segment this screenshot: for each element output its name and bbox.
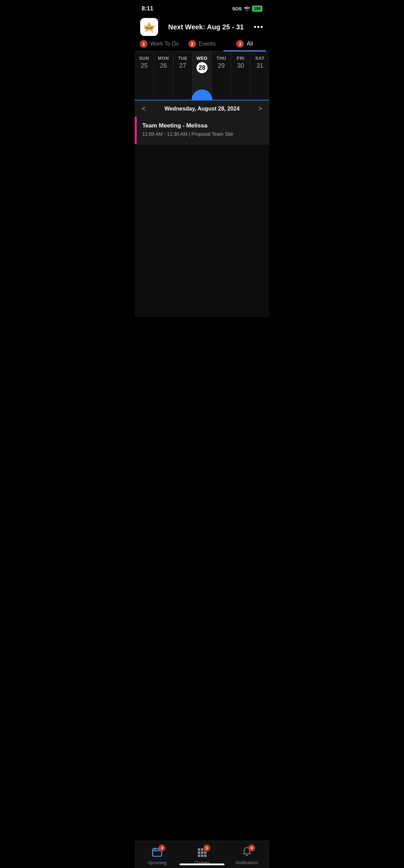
tab-label-work: Work To Do [150,41,179,47]
event-content: Team Meeting - Melissa 11:00 AM - 11:30 … [137,117,269,144]
day-fri[interactable]: FRI 30 [231,51,250,100]
event-time: 11:00 AM - 11:30 AM | Proposal Team Site [142,131,264,137]
bottom-spacer [135,317,269,352]
today-circle: 28 [196,62,208,73]
day-tue[interactable]: TUE 27 [173,51,193,100]
today-bump [192,86,212,100]
next-date-button[interactable]: > [258,105,262,113]
day-sat[interactable]: SAT 31 [250,51,269,100]
wifi-icon [244,6,250,11]
selected-date: Wednesday, August 28, 2024 [164,106,240,112]
event-card[interactable]: Team Meeting - Melissa 11:00 AM - 11:30 … [135,117,269,144]
status-time: 8:11 [142,5,153,12]
tab-badge-2: 2 [189,40,196,48]
app-logo[interactable]: SPARK [140,18,158,36]
event-title: Team Meeting - Melissa [142,122,264,129]
day-name-tue: TUE [178,56,187,61]
prev-date-button[interactable]: < [142,105,146,113]
day-name-fri: FRI [237,56,244,61]
status-icons: SOS 100 [232,6,263,12]
tab-events[interactable]: 2 Events [181,40,223,51]
day-num-thu: 29 [218,62,225,69]
more-button[interactable]: ••• [254,22,264,31]
svg-text:SPARK: SPARK [144,27,154,30]
day-mon[interactable]: MON 26 [154,51,173,100]
day-num-fri: 30 [237,62,244,69]
status-bar: 8:11 SOS 100 [135,0,269,15]
spark-logo-image: SPARK [142,20,156,34]
day-name-sun: SUN [139,56,149,61]
tab-work-to-do[interactable]: 1 Work To Do [138,40,181,51]
week-calendar: SUN 25 MON 26 TUE 27 WED 28 THU 29 FRI 3… [135,51,269,101]
battery-indicator: 100 [252,6,262,12]
day-num-mon: 26 [160,62,167,69]
tab-all[interactable]: 3 All [223,40,266,51]
day-num-wed: 28 [199,64,205,71]
day-sun[interactable]: SUN 25 [135,51,154,100]
day-wed[interactable]: WED 28 [193,51,212,100]
date-nav: < Wednesday, August 28, 2024 > [135,101,269,117]
day-name-wed: WED [196,56,208,61]
tab-label-all: All [247,41,253,47]
header-title: Next Week: Aug 25 - 31 [158,23,254,31]
day-num-sat: 31 [257,62,263,69]
tab-badge-1: 1 [140,40,147,48]
day-thu[interactable]: THU 29 [212,51,231,100]
day-name-sat: SAT [255,56,264,61]
app-header: SPARK Next Week: Aug 25 - 31 ••• [135,15,269,40]
day-num-sun: 25 [141,62,147,69]
day-name-mon: MON [158,56,169,61]
svg-point-3 [192,89,212,100]
day-name-thu: THU [217,56,226,61]
content-area [135,144,269,317]
sos-indicator: SOS [232,6,242,11]
day-num-tue: 27 [179,62,186,69]
tabs-container: 1 Work To Do 2 Events 3 All [135,40,269,51]
tab-badge-3: 3 [236,40,244,48]
tab-label-events: Events [199,41,216,47]
